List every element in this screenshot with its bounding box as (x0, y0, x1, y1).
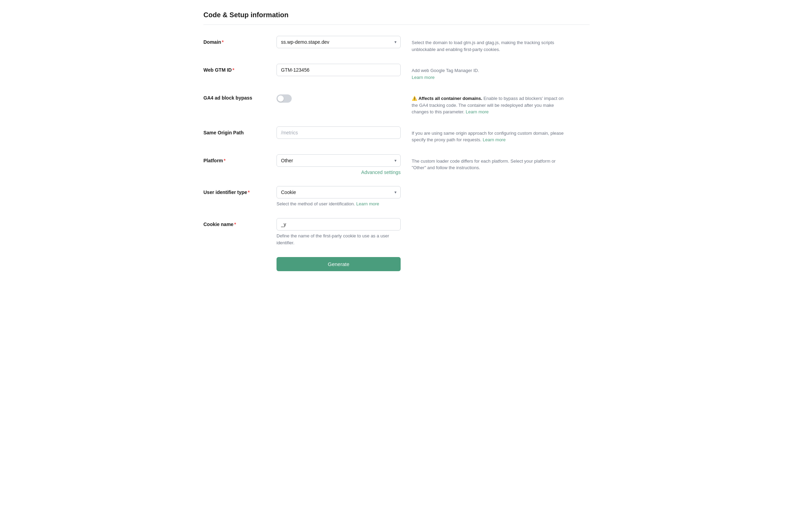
platform-row: Platform* Other ▾ Advanced settings (203, 154, 590, 175)
web-gtm-id-required: * (232, 67, 234, 73)
user-identifier-type-label: User identifier type* (203, 190, 250, 195)
domain-label-col: Domain* (203, 36, 265, 45)
domain-row: Domain* ss.wp-demo.stape.dev ▾ Select th… (203, 36, 590, 53)
same-origin-path-learn-more[interactable]: Learn more (483, 137, 505, 142)
platform-select[interactable]: Other (277, 154, 401, 167)
ga4-row: GA4 ad block bypass ⚠️ Affects all conta… (203, 92, 590, 115)
web-gtm-id-row: Web GTM ID* Add web Google Tag Manager I… (203, 64, 590, 81)
domain-control-col: ss.wp-demo.stape.dev ▾ (277, 36, 401, 48)
platform-section: Platform* Other ▾ Advanced settings (203, 154, 590, 175)
ga4-toggle[interactable] (277, 94, 292, 103)
user-identifier-type-row: User identifier type* Cookie ▾ Select th… (203, 186, 590, 207)
platform-select-wrapper: Other ▾ (277, 154, 401, 167)
same-origin-path-label: Same Origin Path (203, 130, 244, 135)
same-origin-path-input[interactable] (277, 126, 401, 139)
same-origin-path-hint: If you are using same origin approach fo… (412, 126, 570, 143)
cookie-name-required: * (234, 222, 236, 227)
web-gtm-id-hint: Add web Google Tag Manager ID. Learn mor… (412, 64, 570, 81)
same-origin-path-row: Same Origin Path If you are using same o… (203, 126, 590, 143)
domain-select-wrapper: ss.wp-demo.stape.dev ▾ (277, 36, 401, 48)
warning-icon: ⚠️ (412, 96, 417, 101)
web-gtm-id-label: Web GTM ID* (203, 67, 234, 73)
web-gtm-id-learn-more[interactable]: Learn more (412, 75, 434, 80)
user-identifier-type-required: * (248, 190, 250, 195)
cookie-name-control-col: Define the name of the first-party cooki… (277, 218, 401, 246)
generate-button[interactable]: Generate (277, 257, 401, 271)
cookie-name-row: Cookie name* Define the name of the firs… (203, 218, 590, 246)
user-identifier-type-control-col: Cookie ▾ Select the method of user ident… (277, 186, 401, 207)
platform-label-col: Platform* (203, 154, 265, 163)
platform-hint: The custom loader code differs for each … (412, 154, 570, 171)
ga4-hint: ⚠️ Affects all container domains. Enable… (412, 92, 570, 115)
domain-label: Domain* (203, 39, 224, 45)
ga4-toggle-slider (277, 94, 292, 103)
user-identifier-type-hint (412, 186, 570, 190)
user-identifier-type-select-wrapper: Cookie ▾ (277, 186, 401, 198)
page-title: Code & Setup information (203, 11, 590, 25)
advanced-settings-link[interactable]: Advanced settings (361, 170, 401, 175)
ga4-learn-more[interactable]: Learn more (466, 109, 489, 114)
platform-required: * (224, 158, 225, 163)
cookie-name-label: Cookie name* (203, 222, 236, 227)
form-section: Domain* ss.wp-demo.stape.dev ▾ Select th… (203, 36, 590, 271)
user-identifier-type-sub-hint: Select the method of user identification… (277, 201, 401, 207)
ga4-label-col: GA4 ad block bypass (203, 92, 265, 101)
cookie-name-input[interactable] (277, 218, 401, 231)
domain-required: * (222, 39, 223, 45)
cookie-name-hint (412, 218, 570, 222)
generate-btn-control: Generate (277, 257, 401, 271)
user-identifier-type-select[interactable]: Cookie (277, 186, 401, 198)
platform-control-col: Other ▾ Advanced settings (277, 154, 401, 175)
cookie-name-label-col: Cookie name* (203, 218, 265, 227)
web-gtm-id-control-col (277, 64, 401, 76)
generate-btn-row: Generate (203, 257, 590, 271)
ga4-label: GA4 ad block bypass (203, 95, 252, 101)
web-gtm-id-input[interactable] (277, 64, 401, 76)
ga4-toggle-wrapper (277, 92, 401, 103)
web-gtm-id-label-col: Web GTM ID* (203, 64, 265, 73)
ga4-control-col (277, 92, 401, 103)
ga4-hint-bold: Affects all container domains. (419, 96, 482, 101)
domain-select[interactable]: ss.wp-demo.stape.dev (277, 36, 401, 48)
cookie-name-sub-hint: Define the name of the first-party cooki… (277, 233, 401, 246)
domain-hint: Select the domain to load gtm.js and gta… (412, 36, 570, 53)
same-origin-path-control-col (277, 126, 401, 139)
advanced-settings-row: Advanced settings (277, 170, 401, 175)
user-identifier-type-label-col: User identifier type* (203, 186, 265, 195)
same-origin-path-label-col: Same Origin Path (203, 126, 265, 135)
platform-label: Platform* (203, 158, 225, 163)
user-identifier-type-learn-more[interactable]: Learn more (356, 201, 379, 206)
